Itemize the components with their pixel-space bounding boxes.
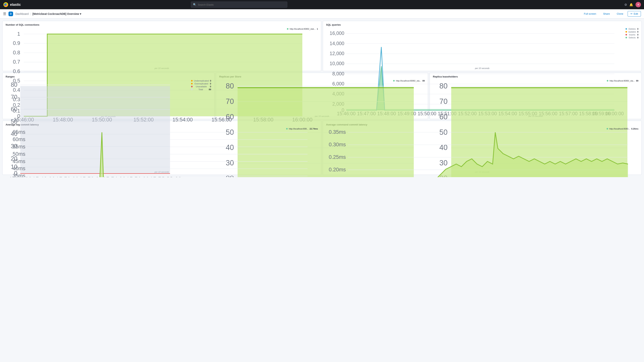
chevron-down-icon[interactable]: ▾	[80, 12, 81, 16]
cmd-commit-chart: http://localhost:8080... 0.26ms 0.35ms 0…	[326, 128, 638, 170]
legend-label-log-commit: http://localhost:808...	[289, 128, 308, 130]
legend-dot-leaseholders	[607, 80, 608, 82]
svg-text:16,000: 16,000	[330, 30, 344, 36]
legend-value-inserts: 0	[637, 34, 638, 36]
breadcrumb-parent[interactable]: Dashboard	[16, 12, 29, 16]
legend-item-updates: Updates 0	[626, 31, 638, 33]
nav-bar: ☰ D Dashboard | [Metricbeat CockroachDB]…	[0, 9, 644, 18]
legend-dot-cmd-commit	[606, 128, 608, 130]
replicas-chart: http://localhost:8080/_sta... 89 80 70 6…	[219, 80, 425, 114]
svg-text:0.30ms: 0.30ms	[329, 142, 346, 148]
svg-text:45ms: 45ms	[13, 158, 26, 164]
dashboard: Number of SQL connections 1 0.9 0.8 0.7 …	[0, 18, 644, 177]
svg-text:65ms: 65ms	[13, 129, 26, 135]
legend-dot-connections	[287, 28, 288, 30]
cmd-commit-svg: 0.35ms 0.30ms 0.25ms 0.20ms 0.15ms 0.10m…	[326, 128, 638, 177]
ranges-legend: Underreplicated 0 Overreplicated 0 Unava…	[191, 80, 211, 90]
breadcrumb-current: [Metricbeat CockroachDB] Overview ▾	[32, 12, 81, 16]
legend-dot-replicas	[393, 80, 395, 82]
panel-replicas-per-store: Replicas per Store http://localhost:8080…	[216, 73, 428, 119]
hamburger-menu-button[interactable]: ☰	[3, 12, 6, 16]
dashboard-actions: Full screen Share Clone ✏ Edit	[581, 11, 641, 16]
legend-dot-underreplicated	[191, 80, 192, 82]
svg-text:0.35ms: 0.35ms	[329, 129, 346, 135]
legend-total: Total 89	[191, 88, 211, 90]
legend-value-leaseholders: 89	[636, 80, 638, 82]
legend-label-selects: Selects	[628, 36, 636, 39]
svg-text:60: 60	[11, 106, 17, 112]
legend-item-inserts: Inserts 0	[626, 34, 638, 36]
legend-label-connections: http://localhost:8080/_stat...	[290, 28, 316, 30]
svg-text:0.8: 0.8	[13, 50, 20, 56]
edit-button[interactable]: ✏ Edit	[628, 11, 641, 16]
leaseholders-legend: http://localhost:8080/_sta... 89	[607, 80, 638, 82]
dashboard-badge: D	[8, 12, 13, 16]
svg-text:0.25ms: 0.25ms	[329, 154, 346, 160]
panel-sql-connections-title: Number of SQL connections	[6, 23, 318, 26]
panel-sql-queries: SQL queries Deletes 0 Updates 0 Inserts …	[323, 21, 642, 71]
svg-point-3	[4, 4, 6, 6]
log-commit-chart: http://localhost:808... 22.74ms 65ms 60m…	[6, 128, 318, 170]
svg-text:50ms: 50ms	[13, 151, 26, 157]
legend-item-selects: Selects 0	[626, 36, 638, 39]
cmd-commit-legend: http://localhost:8080... 0.26ms	[606, 128, 638, 130]
notifications-icon[interactable]: 🔔	[629, 3, 633, 6]
avatar[interactable]: A	[636, 2, 641, 7]
app-header: elastic 🔍 ⚙ 🔔 A	[0, 0, 644, 9]
clone-button[interactable]: Clone	[614, 11, 626, 16]
svg-text:70: 70	[440, 97, 448, 106]
legend-value-connections: 1	[317, 28, 318, 30]
legend-label-updates: Updates	[628, 31, 636, 33]
settings-icon[interactable]: ⚙	[624, 3, 627, 6]
svg-text:60: 60	[440, 113, 448, 121]
replicas-legend: http://localhost:8080/_sta... 89	[393, 80, 425, 82]
svg-text:80: 80	[11, 81, 17, 88]
breadcrumb-separator: |	[30, 12, 31, 16]
svg-text:50: 50	[11, 118, 17, 125]
svg-text:1: 1	[17, 31, 20, 37]
search-input[interactable]	[198, 3, 285, 6]
elastic-logo[interactable]: elastic	[3, 2, 21, 7]
ranges-chart: Underreplicated 0 Overreplicated 0 Unava…	[6, 80, 211, 114]
panel-sql-queries-title: SQL queries	[326, 23, 638, 26]
svg-text:60ms: 60ms	[13, 136, 26, 142]
legend-dot-log-commit	[286, 128, 288, 130]
legend-dot-overreplicated	[191, 83, 192, 84]
svg-text:70: 70	[11, 94, 17, 100]
panel-avg-log-commit: Average log commit latency http://localh…	[2, 121, 321, 175]
log-commit-legend: http://localhost:808... 22.74ms	[286, 128, 318, 130]
legend-dot-total	[191, 89, 192, 90]
share-button[interactable]: Share	[600, 11, 612, 16]
svg-text:40ms: 40ms	[13, 166, 26, 171]
svg-text:0.20ms: 0.20ms	[329, 167, 346, 172]
svg-text:80: 80	[440, 82, 448, 90]
legend-label-deletes: Deletes	[628, 28, 636, 30]
legend-value-cmd-commit: 0.26ms	[631, 128, 638, 130]
panel-avg-cmd-commit: Average command commit latency http://lo…	[323, 121, 642, 175]
header-actions: ⚙ 🔔 A	[624, 2, 641, 7]
legend-dot-deletes	[626, 28, 627, 30]
legend-dot-updates	[626, 31, 627, 32]
three-panel-row: Ranges Underreplicated 0 Overreplicated …	[2, 73, 642, 119]
search-icon: 🔍	[193, 3, 196, 6]
sql-queries-legend: Deletes 0 Updates 0 Inserts 0 Selects 0	[626, 28, 638, 39]
legend-label-leaseholders: http://localhost:8080/_sta...	[610, 80, 635, 82]
elastic-logo-icon	[3, 2, 8, 7]
legend-overreplicated: Overreplicated 0	[191, 82, 211, 85]
legend-value-updates: 0	[637, 31, 638, 33]
legend-label-replicas: http://localhost:8080/_sta...	[396, 80, 421, 82]
global-search-bar[interactable]: 🔍	[191, 2, 287, 8]
svg-text:55ms: 55ms	[13, 144, 26, 150]
legend-item-deletes: Deletes 0	[626, 28, 638, 30]
svg-text:14,000: 14,000	[330, 41, 344, 46]
svg-text:70: 70	[226, 97, 234, 106]
sql-connections-legend: http://localhost:8080/_stat... 1	[287, 28, 318, 30]
svg-text:0.9: 0.9	[13, 40, 20, 46]
fullscreen-button[interactable]: Full screen	[581, 11, 599, 16]
legend-dot-selects	[626, 37, 627, 38]
breadcrumb: Dashboard | [Metricbeat CockroachDB] Ove…	[16, 12, 81, 16]
legend-unavailable: Unavailable 0	[191, 86, 211, 88]
legend-value-deletes: 0	[637, 28, 638, 30]
svg-text:60: 60	[226, 113, 234, 121]
legend-dot-inserts	[626, 34, 627, 36]
